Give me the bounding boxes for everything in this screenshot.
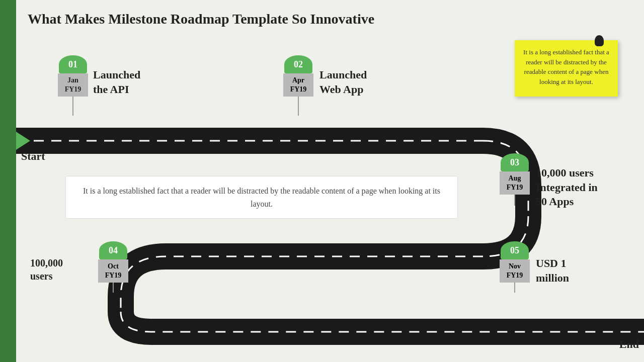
milestone-4-label: 100,000users <box>30 256 63 283</box>
milestone-3-date: AugFY19 <box>500 171 530 195</box>
road-text: It is a long established fact that a rea… <box>83 187 440 208</box>
milestone-3-number: 03 <box>501 153 529 171</box>
milestone-5-number: 05 <box>501 241 529 259</box>
milestone-3-connector <box>514 195 515 206</box>
milestone-5-label: USD 1million <box>536 256 569 285</box>
milestone-4: 04 OctFY19 <box>98 241 128 293</box>
milestone-1-number: 01 <box>59 55 87 73</box>
milestone-4-connector <box>113 283 114 293</box>
thumbtack-icon <box>595 35 604 46</box>
page-title: What Makes Milestone Roadmap Template So… <box>28 11 374 27</box>
svg-marker-0 <box>16 132 30 150</box>
milestone-2-number: 02 <box>284 55 312 73</box>
milestone-2: 02 AprFY19 <box>283 55 313 116</box>
sticky-note-text: It is a long established fact that a rea… <box>523 48 609 85</box>
milestone-5: 05 NovFY19 <box>500 241 530 293</box>
milestone-3-label: 10,000 usersIntegrated in50 Apps <box>536 166 598 209</box>
milestone-2-date: AprFY19 <box>283 73 313 97</box>
milestone-1-date: JanFY19 <box>58 73 88 97</box>
start-label: Start <box>21 150 45 163</box>
accent-bar <box>0 0 16 362</box>
milestone-4-number: 04 <box>99 241 127 259</box>
end-label: End <box>619 338 639 351</box>
milestone-1-connector <box>72 97 73 116</box>
milestone-4-date: OctFY19 <box>98 259 128 283</box>
milestone-1-label: Launchedthe API <box>93 68 140 97</box>
sticky-note: It is a long established fact that a rea… <box>515 40 618 97</box>
milestone-2-connector <box>298 97 299 116</box>
milestone-2-label: LaunchedWeb App <box>319 68 367 97</box>
milestone-5-date: NovFY19 <box>500 259 530 283</box>
milestone-5-connector <box>514 283 515 293</box>
road-textbox: It is a long established fact that a rea… <box>65 176 458 219</box>
milestone-3: 03 AugFY19 <box>500 153 530 206</box>
milestone-1: 01 JanFY19 <box>58 55 88 116</box>
